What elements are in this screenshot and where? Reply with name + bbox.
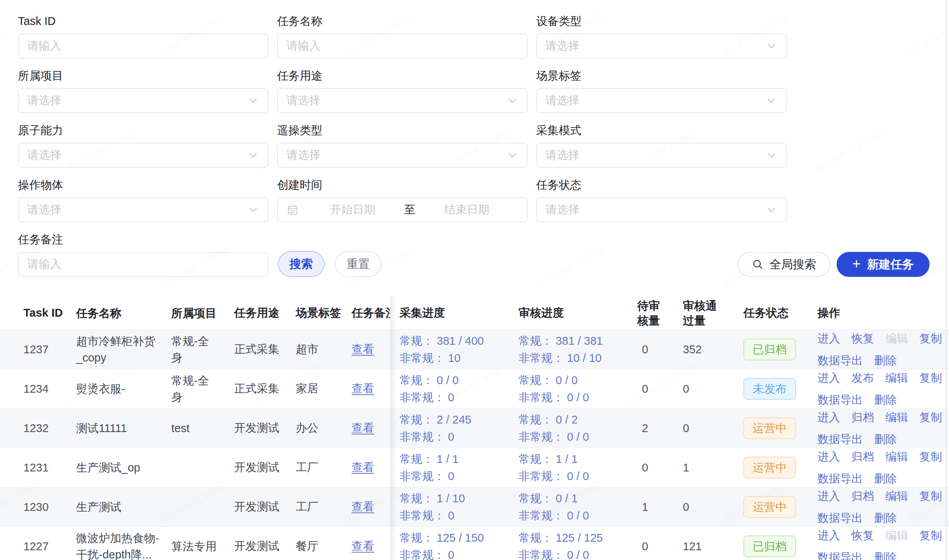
- scene-tag-cell: 工厂: [296, 499, 352, 515]
- filter-label: 遥操类型: [277, 122, 528, 138]
- input-placeholder: 请输入: [286, 38, 320, 54]
- review-passed-cell: 1: [683, 461, 743, 474]
- action-enter[interactable]: 进入: [817, 527, 840, 544]
- action-enter[interactable]: 进入: [817, 409, 840, 426]
- project-cell: 算法专用: [171, 538, 234, 555]
- action-copy[interactable]: 复制: [919, 409, 942, 426]
- task-name-input[interactable]: 请输入: [277, 34, 528, 58]
- filter-label: 所属项目: [18, 68, 268, 83]
- action-delete[interactable]: 删除: [874, 549, 897, 560]
- actions-cell: 进入恢复编辑复制数据导出删除: [817, 527, 949, 560]
- view-remark-link[interactable]: 查看: [352, 422, 374, 434]
- task-remark-input[interactable]: 请输入: [18, 252, 268, 277]
- action-archive[interactable]: 归档: [851, 487, 874, 505]
- col-header-task-status: 任务状态: [743, 305, 817, 321]
- view-remark-link[interactable]: 查看: [352, 500, 374, 513]
- date-range-picker[interactable]: 开始日期 至 结束日期: [277, 197, 528, 222]
- pending-review-cell: 0: [637, 383, 683, 395]
- status-badge: 运营中: [743, 457, 796, 478]
- calendar-icon: [286, 204, 299, 216]
- action-export[interactable]: 数据导出: [817, 470, 863, 487]
- review-regular: 常规： 0 / 2: [519, 411, 637, 428]
- device-type-select[interactable]: 请选择: [536, 34, 787, 58]
- search-button[interactable]: 搜索: [278, 251, 325, 277]
- action-copy[interactable]: 复制: [919, 527, 942, 544]
- action-enter[interactable]: 进入: [817, 448, 840, 465]
- action-copy[interactable]: 复制: [919, 330, 942, 347]
- view-remark-link[interactable]: 查看: [352, 540, 374, 552]
- action-delete[interactable]: 删除: [874, 509, 897, 526]
- collect-regular: 常规： 125 / 150: [400, 529, 519, 546]
- action-edit[interactable]: 编辑: [885, 448, 908, 465]
- collect-regular: 常规： 1 / 10: [400, 490, 519, 507]
- scrollbar-track[interactable]: [946, 0, 947, 560]
- global-search-button[interactable]: 全局搜索: [738, 252, 830, 277]
- action-edit[interactable]: 编辑: [885, 409, 908, 426]
- scene-tag-select[interactable]: 请选择: [536, 88, 787, 113]
- reset-button[interactable]: 重置: [335, 251, 382, 277]
- table-row: 1227 微波炉加热食物- 干扰-depth降... 算法专用 开发测试 餐厅 …: [0, 527, 949, 560]
- review-regular: 常规： 125 / 125: [519, 529, 637, 546]
- action-edit[interactable]: 编辑: [885, 369, 908, 386]
- view-remark-link[interactable]: 查看: [352, 461, 374, 473]
- select-placeholder: 请选择: [286, 147, 320, 163]
- purpose-cell: 开发测试: [234, 499, 296, 515]
- task-id-cell: 1227: [23, 540, 76, 553]
- teleop-type-select[interactable]: 请选择: [277, 143, 528, 168]
- filter-label: 原子能力: [18, 122, 268, 138]
- task-status-select[interactable]: 请选择: [536, 197, 787, 222]
- task-id-input[interactable]: 请输入: [18, 34, 268, 58]
- action-archive[interactable]: 归档: [851, 448, 874, 465]
- create-task-button[interactable]: + 新建任务: [837, 252, 929, 277]
- collect-irregular: 非常规： 0: [400, 507, 519, 524]
- action-export[interactable]: 数据导出: [817, 431, 863, 448]
- task-purpose-select[interactable]: 请选择: [277, 88, 528, 113]
- action-restore[interactable]: 恢复: [851, 527, 874, 544]
- action-delete[interactable]: 删除: [874, 431, 897, 448]
- col-header-task-name: 任务名称: [76, 305, 171, 321]
- task-name-cell: 微波炉加热食物- 干扰-depth降...: [76, 530, 171, 560]
- action-export[interactable]: 数据导出: [817, 509, 863, 526]
- review-irregular: 非常规： 0 / 0: [519, 468, 637, 485]
- review-passed-cell: 352: [683, 343, 743, 356]
- action-edit[interactable]: 编辑: [885, 487, 908, 505]
- action-copy[interactable]: 复制: [919, 448, 942, 465]
- action-enter[interactable]: 进入: [817, 487, 840, 505]
- action-export[interactable]: 数据导出: [817, 549, 863, 560]
- actions-cell: 进入发布编辑复制数据导出删除: [817, 369, 949, 408]
- action-copy[interactable]: 复制: [919, 369, 942, 386]
- filter-actions-row: 任务备注 请输入 搜索 重置 全局搜索 + 新建任务: [18, 232, 929, 277]
- filter-create-time: 创建时间 开始日期 至 结束日期: [277, 177, 528, 222]
- action-export[interactable]: 数据导出: [817, 391, 863, 408]
- filter-label: 设备类型: [536, 13, 787, 29]
- action-delete[interactable]: 删除: [874, 352, 897, 369]
- select-placeholder: 请选择: [546, 202, 579, 218]
- action-copy[interactable]: 复制: [919, 487, 942, 505]
- action-enter[interactable]: 进入: [817, 369, 840, 386]
- filter-label: 任务状态: [536, 177, 787, 193]
- collect-regular: 常规： 381 / 400: [400, 332, 519, 349]
- action-restore[interactable]: 恢复: [851, 330, 874, 347]
- collect-mode-select[interactable]: 请选择: [536, 143, 787, 168]
- action-delete[interactable]: 删除: [874, 470, 897, 487]
- select-placeholder: 请选择: [27, 93, 61, 108]
- status-cell: 已归档: [743, 535, 817, 557]
- collect-progress-cell: 常规： 381 / 400 非常规： 10: [390, 332, 519, 367]
- view-remark-link[interactable]: 查看: [352, 382, 374, 395]
- actions-cell: 进入归档编辑复制数据导出删除: [817, 409, 949, 448]
- review-passed-cell: 121: [683, 540, 743, 553]
- end-date-placeholder: 结束日期: [416, 202, 519, 218]
- col-header-review-progress: 审核进度: [519, 305, 637, 321]
- select-placeholder: 请选择: [27, 147, 61, 163]
- filter-task-id: Task ID 请输入: [18, 13, 268, 58]
- project-select[interactable]: 请选择: [18, 88, 268, 113]
- view-remark-link[interactable]: 查看: [352, 343, 374, 355]
- atomic-capability-select[interactable]: 请选择: [18, 143, 268, 168]
- action-archive[interactable]: 归档: [851, 409, 874, 426]
- action-delete[interactable]: 删除: [874, 391, 897, 408]
- action-export[interactable]: 数据导出: [817, 352, 863, 369]
- action-publish[interactable]: 发布: [851, 369, 874, 386]
- operate-object-select[interactable]: 请选择: [18, 197, 268, 222]
- col-header-collect-progress: 采集进度: [390, 305, 519, 321]
- action-enter[interactable]: 进入: [817, 330, 840, 347]
